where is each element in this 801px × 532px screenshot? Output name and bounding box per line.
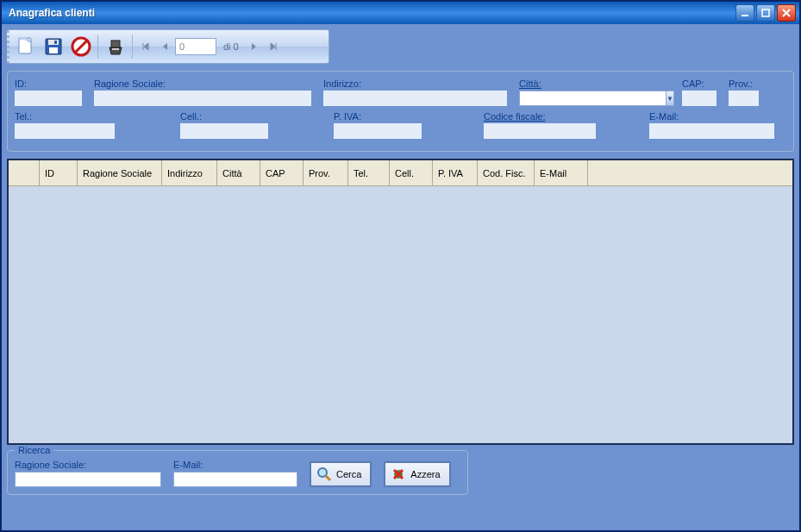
separator [97,34,99,59]
toolbar: di 0 [7,29,329,64]
window-buttons [735,4,796,22]
email-label: E-Mail: [649,111,774,122]
col-codfisc[interactable]: Cod. Fisc. [478,160,535,185]
cell-field[interactable] [180,123,268,139]
col-cap[interactable]: CAP [260,160,304,185]
save-button[interactable] [41,34,66,59]
last-icon [269,42,278,51]
prev-icon [161,42,168,51]
cap-field[interactable] [682,91,717,106]
citta-label: Città: [519,78,670,89]
search-button-label: Cerca [336,469,361,479]
codfisc-field[interactable] [484,123,596,139]
search-email-field[interactable] [173,472,297,487]
magnifier-icon [316,466,332,482]
svg-point-13 [318,468,327,477]
minimize-button[interactable] [735,4,754,22]
printer-icon [104,35,127,58]
prov-field[interactable] [729,91,759,106]
document-icon [15,35,37,58]
new-button[interactable] [13,34,39,59]
search-ragione-label: Ragione Sociale: [15,460,161,470]
forbidden-icon [70,35,92,58]
col-prov[interactable]: Prov. [304,160,348,185]
grid-header: ID Ragione Sociale Indirizzo Città CAP P… [9,160,792,186]
search-panel: Ricerca Ragione Sociale: E-Mail: Cerca [7,450,468,495]
col-piva[interactable]: P. IVA [433,160,478,185]
reset-button[interactable]: Azzera [384,461,450,487]
nav-total-label: di 0 [218,41,244,52]
window-title: Anagrafica clienti [9,7,735,19]
floppy-icon [42,35,65,58]
col-cell[interactable]: Cell. [390,160,433,185]
id-field[interactable] [15,91,82,106]
col-ragione[interactable]: Ragione Sociale [78,160,162,185]
last-button[interactable] [265,35,282,58]
reset-icon [391,466,406,482]
id-label: ID: [15,78,82,89]
tel-field[interactable] [15,123,115,139]
piva-field[interactable] [334,123,422,139]
maximize-icon [761,9,770,17]
indirizzo-field[interactable] [323,91,507,106]
col-selector[interactable] [9,160,40,185]
chevron-down-icon: ▼ [666,95,673,103]
prev-button[interactable] [156,35,173,58]
search-ragione-field[interactable] [15,472,161,487]
tel-label: Tel.: [15,111,115,122]
next-button[interactable] [246,35,263,58]
reset-button-label: Azzera [410,469,440,479]
search-button[interactable]: Cerca [310,461,372,487]
form-panel: ID: Ragione Sociale: Indirizzo: Città: [7,71,794,152]
col-indirizzo[interactable]: Indirizzo [162,160,217,185]
client-area: di 0 ID: Ragione Sociale: Indirizzo: [2,24,799,500]
piva-label: P. IVA: [334,111,422,122]
svg-line-14 [326,476,330,480]
col-id[interactable]: ID [40,160,78,185]
ragione-field[interactable] [94,91,311,106]
separator [132,34,134,59]
svg-rect-6 [48,40,59,45]
data-grid[interactable]: ID Ragione Sociale Indirizzo Città CAP P… [7,159,794,445]
search-email-label: E-Mail: [173,460,297,470]
cancel-button[interactable] [68,34,94,59]
codfisc-label: Codice fiscale: [484,111,596,122]
col-email[interactable]: E-Mail [535,160,588,185]
citta-field[interactable] [519,91,666,106]
email-field[interactable] [649,123,774,139]
col-citta[interactable]: Città [217,160,260,185]
titlebar[interactable]: Anagrafica clienti [2,2,799,24]
first-icon [141,42,150,51]
col-tel[interactable]: Tel. [348,160,390,185]
indirizzo-label: Indirizzo: [323,78,507,89]
window: Anagrafica clienti [0,0,801,532]
svg-rect-11 [111,41,120,47]
cap-label: CAP: [682,78,717,89]
prov-label: Prov.: [729,78,759,89]
close-button[interactable] [777,4,796,22]
cell-label: Cell.: [180,111,268,122]
svg-rect-0 [742,15,748,16]
citta-dropdown-button[interactable]: ▼ [666,91,674,106]
search-title: Ricerca [15,445,53,455]
first-button[interactable] [137,35,154,58]
svg-rect-12 [112,48,119,50]
ragione-label: Ragione Sociale: [94,78,311,89]
nav-position-input[interactable] [175,38,216,55]
print-button[interactable] [103,34,128,59]
minimize-icon [741,9,749,17]
maximize-button[interactable] [756,4,775,22]
close-icon [782,9,791,17]
next-icon [251,42,258,51]
svg-rect-8 [54,41,57,44]
svg-rect-1 [762,9,769,16]
citta-combo: ▼ [519,91,670,106]
svg-rect-7 [49,47,58,53]
